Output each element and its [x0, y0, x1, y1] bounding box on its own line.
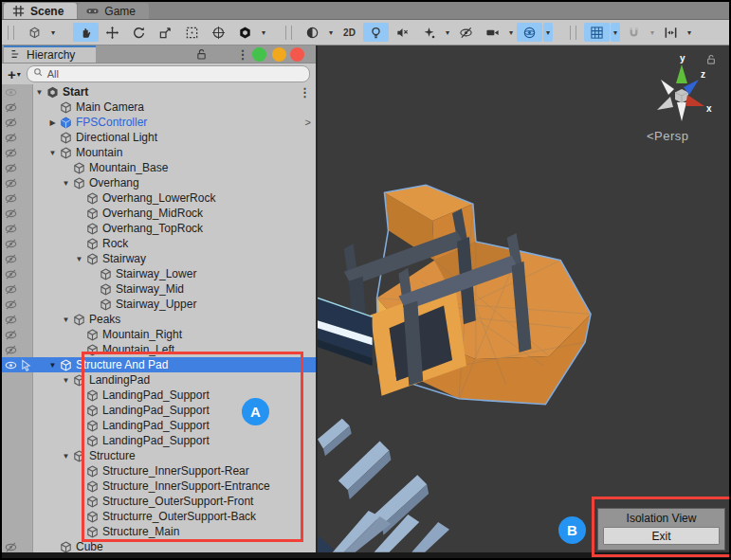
- hierarchy-kebab-menu[interactable]: ⋮: [235, 46, 250, 62]
- eye-slash-icon[interactable]: [4, 207, 18, 221]
- pick-cursor-icon[interactable]: [19, 358, 33, 372]
- tree-row-main-camera[interactable]: Main Camera: [2, 99, 316, 115]
- gizmo-lock-icon[interactable]: [705, 54, 717, 68]
- eye-icon[interactable]: [4, 85, 18, 99]
- visibility-gutter[interactable]: [2, 160, 33, 175]
- tab-hierarchy[interactable]: Hierarchy: [4, 45, 96, 63]
- expand-arrow[interactable]: ▶: [46, 118, 59, 127]
- rotate-tool-button[interactable]: [126, 23, 152, 42]
- visibility-gutter[interactable]: [2, 236, 33, 251]
- visibility-gutter[interactable]: [2, 221, 33, 236]
- eye-slash-icon[interactable]: [4, 282, 18, 297]
- toolbar-drag-handle[interactable]: [8, 26, 14, 40]
- transform-tool-button[interactable]: [206, 23, 231, 42]
- tree-row-mountain-right[interactable]: Mountain_Right: [2, 327, 316, 342]
- grid-button[interactable]: [584, 23, 610, 42]
- visibility-gutter[interactable]: [2, 418, 33, 433]
- camera-dropdown[interactable]: ▾: [506, 23, 516, 42]
- visibility-gutter[interactable]: [2, 297, 33, 312]
- expand-arrow[interactable]: ▼: [33, 88, 46, 97]
- visibility-gutter[interactable]: [2, 494, 33, 509]
- eye-icon[interactable]: [4, 358, 18, 372]
- effects-star-dropdown[interactable]: ▾: [443, 23, 452, 42]
- unity-logo-dropdown[interactable]: ▾: [259, 23, 268, 42]
- eye-slash-icon[interactable]: [4, 313, 18, 327]
- eye-slash-icon[interactable]: [4, 267, 18, 281]
- visibility-gutter[interactable]: [2, 509, 33, 524]
- mode-2d-button[interactable]: 2D: [337, 23, 362, 42]
- tree-row-stairway-lower[interactable]: Stairway_Lower: [2, 266, 316, 281]
- shading-sphere-dropdown[interactable]: ▾: [326, 23, 336, 42]
- visibility-gutter[interactable]: [2, 175, 33, 190]
- unity-logo-button[interactable]: [232, 23, 258, 42]
- visibility-gutter[interactable]: [2, 372, 33, 388]
- row-kebab-menu[interactable]: ⋮: [299, 85, 311, 99]
- visibility-gutter[interactable]: [2, 357, 33, 372]
- axis-cube-button[interactable]: [22, 23, 47, 42]
- visibility-gutter[interactable]: [2, 206, 33, 221]
- magnet-dropdown[interactable]: ▾: [648, 23, 657, 42]
- expand-arrow[interactable]: ▼: [60, 316, 72, 324]
- tree-row-start[interactable]: ▼Start⋮: [2, 84, 316, 99]
- eye-slash-icon[interactable]: [4, 100, 18, 115]
- tree-row-mountain-base[interactable]: Mountain_Base: [2, 160, 316, 175]
- tree-row-peaks[interactable]: ▼Peaks: [2, 312, 316, 327]
- hidden-eye-button[interactable]: [453, 23, 479, 42]
- visibility-gutter[interactable]: [2, 84, 33, 99]
- eye-slash-icon[interactable]: [4, 328, 18, 342]
- axis-cube-dropdown[interactable]: ▾: [48, 23, 58, 42]
- visibility-gutter[interactable]: [2, 99, 33, 115]
- visibility-gutter[interactable]: [2, 312, 33, 327]
- expand-arrow[interactable]: ▼: [60, 179, 72, 188]
- expand-arrow[interactable]: ▼: [60, 452, 72, 461]
- tab-game[interactable]: Game: [78, 3, 149, 19]
- visibility-gutter[interactable]: [2, 145, 33, 160]
- effects-star-button[interactable]: [416, 23, 442, 42]
- eye-slash-icon[interactable]: [4, 343, 18, 357]
- visibility-gutter[interactable]: [2, 403, 33, 418]
- tree-row-mountain[interactable]: ▼Mountain: [2, 145, 316, 160]
- eye-slash-icon[interactable]: [4, 131, 18, 145]
- tree-row-overhang-toprock[interactable]: Overhang_TopRock: [2, 221, 316, 236]
- eye-slash-icon[interactable]: [4, 237, 18, 251]
- eye-slash-icon[interactable]: [4, 116, 18, 130]
- camera-button[interactable]: [480, 23, 505, 42]
- visibility-gutter[interactable]: [2, 130, 33, 145]
- visibility-gutter[interactable]: [2, 448, 33, 463]
- visibility-gutter[interactable]: [2, 327, 33, 342]
- tree-row-directional-light[interactable]: Directional Light: [2, 130, 316, 145]
- tree-row-stairway-mid[interactable]: Stairway_Mid: [2, 281, 316, 297]
- expand-arrow[interactable]: ▼: [46, 149, 59, 157]
- eye-slash-icon[interactable]: [4, 191, 18, 206]
- scale-tool-button[interactable]: [153, 23, 178, 42]
- unlocked-padlock-icon[interactable]: [193, 46, 209, 62]
- scene-view[interactable]: y z x <Persp Isolation View Exit: [318, 45, 729, 560]
- visibility-gutter[interactable]: [2, 433, 33, 448]
- visibility-gutter[interactable]: [2, 190, 33, 206]
- gizmo-sphere-button[interactable]: [517, 23, 542, 42]
- eye-slash-icon[interactable]: [4, 252, 18, 266]
- tree-row-stairway-upper[interactable]: Stairway_Upper: [2, 297, 316, 312]
- eye-slash-icon[interactable]: [4, 161, 18, 175]
- add-gameobject-button[interactable]: + ▾: [8, 67, 21, 81]
- visibility-gutter[interactable]: [2, 342, 33, 357]
- toolbar-drag-handle[interactable]: [570, 26, 576, 40]
- visibility-gutter[interactable]: [2, 281, 33, 297]
- visibility-gutter[interactable]: [2, 266, 33, 281]
- toolbar-drag-handle[interactable]: [285, 26, 292, 40]
- light-bulb-button[interactable]: [363, 23, 389, 42]
- tab-scene[interactable]: Scene: [4, 3, 77, 19]
- eye-slash-icon[interactable]: [4, 298, 18, 312]
- shading-sphere-button[interactable]: [300, 23, 325, 42]
- move-tool-button[interactable]: [100, 23, 125, 42]
- expand-arrow[interactable]: ▼: [60, 376, 72, 385]
- magnet-button[interactable]: [621, 23, 647, 42]
- rect-tool-button[interactable]: [179, 23, 205, 42]
- eye-slash-icon[interactable]: [4, 222, 18, 236]
- tree-row-rock[interactable]: Rock: [2, 236, 316, 251]
- eye-slash-icon[interactable]: [4, 146, 18, 160]
- visibility-gutter[interactable]: [2, 251, 33, 266]
- tree-row-overhang-midrock[interactable]: Overhang_MidRock: [2, 206, 316, 221]
- eye-slash-icon[interactable]: [4, 176, 18, 190]
- visibility-gutter[interactable]: [2, 479, 33, 494]
